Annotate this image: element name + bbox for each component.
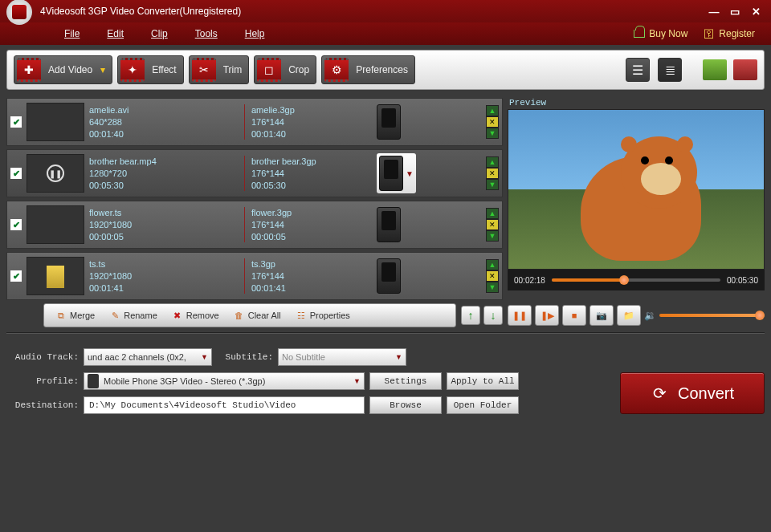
- device-icon: [379, 156, 403, 191]
- merge-button[interactable]: ⧉Merge: [49, 307, 101, 324]
- trash-icon: 🗑: [234, 310, 245, 321]
- clear-all-button[interactable]: 🗑Clear All: [227, 307, 288, 324]
- rename-button[interactable]: ✎Rename: [103, 307, 164, 324]
- volume-icon: 🔉: [644, 310, 656, 321]
- properties-button[interactable]: ☷Properties: [289, 307, 357, 324]
- preview-screen[interactable]: [508, 109, 765, 270]
- properties-icon: ☷: [296, 310, 307, 321]
- pause-button[interactable]: ❚❚: [508, 305, 532, 326]
- source-resolution: 1920*1080: [89, 270, 238, 282]
- row-expand-up-icon[interactable]: ▲: [486, 105, 499, 116]
- add-video-button[interactable]: ✚Add Video▾: [14, 55, 112, 84]
- preferences-button[interactable]: ⚙Preferences: [321, 55, 415, 84]
- time-total: 00:05:30: [727, 276, 758, 285]
- row-expand-down-icon[interactable]: ▼: [486, 179, 499, 190]
- register-link[interactable]: ⚿Register: [704, 27, 755, 40]
- output-filename: flower.3gp: [251, 207, 372, 219]
- row-expand-down-icon[interactable]: ▼: [486, 230, 499, 242]
- menu-tools[interactable]: Tools: [195, 28, 218, 39]
- merge-icon: ⧉: [55, 310, 67, 321]
- apply-to-all-button[interactable]: Apply to All: [447, 372, 519, 390]
- maximize-button[interactable]: ▭: [729, 6, 740, 17]
- time-current: 00:02:18: [514, 276, 545, 285]
- seek-slider[interactable]: [552, 278, 720, 282]
- open-folder-button[interactable]: Open Folder: [447, 396, 519, 414]
- audio-track-combo[interactable]: und aac 2 channels (0x2,▼: [84, 348, 212, 366]
- thumbnail[interactable]: ❚❚: [27, 154, 84, 193]
- row-expand-down-icon[interactable]: ▼: [486, 128, 499, 139]
- output-filename: amelie.3gp: [251, 104, 372, 116]
- audio-track-label: Audio Track:: [6, 352, 79, 362]
- separator: [244, 104, 245, 140]
- menu-edit[interactable]: Edit: [107, 28, 124, 39]
- minimize-button[interactable]: ―: [708, 6, 720, 17]
- row-checkbox[interactable]: ✔: [10, 219, 22, 230]
- step-button[interactable]: ❚▶: [535, 305, 559, 326]
- snapshot-button[interactable]: 📷: [589, 305, 614, 326]
- thumbnail[interactable]: [27, 205, 84, 244]
- buy-now-link[interactable]: Buy Now: [634, 28, 687, 39]
- source-duration: 00:01:41: [89, 282, 238, 294]
- playback-controls: ❚❚ ❚▶ ■ 📷 📁 🔉: [508, 305, 765, 326]
- app-logo: [6, 0, 32, 25]
- time-bar: 00:02:18 00:05:30: [508, 270, 765, 290]
- menubar: File Edit Clip Tools Help Buy Now ⚿Regis…: [0, 22, 771, 45]
- menu-file[interactable]: File: [64, 28, 80, 39]
- separator: [244, 156, 245, 191]
- settings-button[interactable]: Settings: [369, 372, 442, 390]
- device-icon[interactable]: [377, 207, 401, 242]
- source-duration: 00:01:40: [89, 128, 238, 140]
- convert-button[interactable]: ⟳ Convert: [620, 372, 765, 414]
- nvidia-badge: [703, 59, 727, 80]
- effect-button[interactable]: ✦Effect: [117, 55, 183, 84]
- row-remove-icon[interactable]: ✕: [486, 270, 499, 282]
- view-detail-icon-button[interactable]: ≣: [658, 58, 682, 82]
- destination-input[interactable]: D:\My Documents\4Videosoft Studio\Video: [84, 396, 365, 414]
- row-expand-up-icon[interactable]: ▲: [486, 259, 499, 270]
- output-duration: 00:00:05: [251, 231, 372, 243]
- view-list-icon-button[interactable]: ☰: [626, 58, 650, 82]
- thumbnail[interactable]: [27, 257, 84, 295]
- row-remove-icon[interactable]: ✕: [486, 219, 499, 230]
- move-down-button[interactable]: ↓: [483, 306, 503, 325]
- browse-button[interactable]: Browse: [369, 396, 442, 414]
- row-remove-icon[interactable]: ✕: [486, 116, 499, 128]
- row-checkbox[interactable]: ✔: [10, 116, 22, 128]
- app-title: 4Videosoft 3GP Video Converter(Unregiste…: [40, 6, 708, 17]
- titlebar: 4Videosoft 3GP Video Converter(Unregiste…: [0, 0, 771, 22]
- remove-button[interactable]: ✖Remove: [165, 307, 226, 324]
- device-icon[interactable]: [377, 104, 401, 140]
- row-checkbox[interactable]: ✔: [10, 270, 22, 282]
- close-button[interactable]: ✕: [750, 6, 761, 17]
- move-up-button[interactable]: ↑: [461, 306, 480, 325]
- output-filename: ts.3gp: [251, 258, 372, 270]
- profile-combo[interactable]: Mobile Phone 3GP Video - Stereo (*.3gp)▼: [84, 372, 365, 390]
- source-duration: 00:05:30: [89, 180, 238, 192]
- row-remove-icon[interactable]: ✕: [486, 168, 499, 179]
- stop-button[interactable]: ■: [562, 305, 586, 326]
- cart-icon: [634, 30, 645, 38]
- action-bar: ⧉Merge ✎Rename ✖Remove 🗑Clear All ☷Prope…: [43, 303, 456, 327]
- device-icon[interactable]: [377, 258, 401, 294]
- thumbnail[interactable]: [27, 103, 84, 141]
- row-expand-down-icon[interactable]: ▼: [486, 282, 499, 293]
- file-row[interactable]: ✔ ts.ts1920*108000:01:41 ts.3gp176*14400…: [6, 252, 503, 300]
- subtitle-combo[interactable]: No Subtitle▼: [278, 348, 406, 366]
- row-expand-up-icon[interactable]: ▲: [486, 208, 499, 219]
- menu-help[interactable]: Help: [245, 28, 265, 39]
- crop-icon: ◻: [257, 58, 281, 82]
- snapshot-folder-button[interactable]: 📁: [617, 305, 641, 326]
- volume-slider[interactable]: [659, 314, 765, 317]
- trim-button[interactable]: ✂Trim: [189, 55, 250, 84]
- source-resolution: 1920*1080: [89, 219, 238, 231]
- file-row[interactable]: ✔ ❚❚ brother bear.mp41280*72000:05:30 br…: [6, 149, 503, 197]
- menu-clip[interactable]: Clip: [151, 28, 168, 39]
- file-row[interactable]: ✔ amelie.avi640*28800:01:40 amelie.3gp17…: [6, 98, 503, 146]
- output-resolution: 176*144: [251, 219, 372, 231]
- row-expand-up-icon[interactable]: ▲: [486, 156, 499, 168]
- crop-button[interactable]: ◻Crop: [254, 55, 316, 84]
- file-row[interactable]: ✔ flower.ts1920*108000:00:05 flower.3gp1…: [6, 201, 503, 249]
- device-selector[interactable]: ▼: [377, 153, 416, 193]
- source-resolution: 640*288: [89, 116, 238, 128]
- row-checkbox[interactable]: ✔: [10, 168, 22, 179]
